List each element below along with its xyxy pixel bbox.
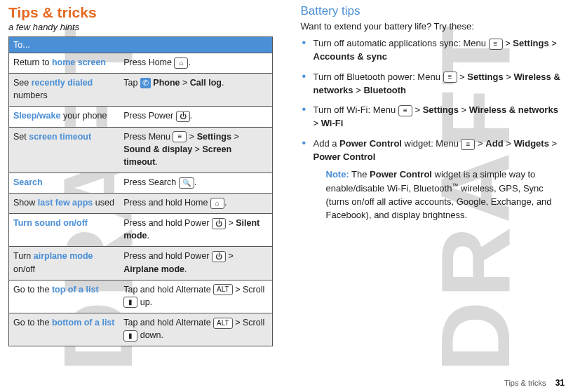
left-column: Tips & tricks a few handy hints To... Re… — [8, 4, 273, 346]
page-subtitle: a few handy hints — [8, 22, 273, 32]
phone-icon: ✆ — [140, 78, 151, 88]
section-heading: Battery tips — [301, 4, 565, 18]
power-key-icon: ⏻ — [212, 251, 226, 262]
table-row: Go to the bottom of a list Tap and hold … — [9, 313, 273, 346]
page-number: 31 — [555, 378, 565, 388]
table-header: To... — [9, 37, 273, 53]
intro-text: Want to extend your battery life? Try th… — [301, 21, 565, 32]
home-key-icon: ⌂ — [174, 58, 188, 69]
menu-key-icon: ≡ — [489, 39, 503, 50]
home-key-icon: ⌂ — [210, 198, 224, 209]
table-row: Turn airplane mode on/off Press and hold… — [9, 247, 273, 280]
alt-key-icon: ALT — [213, 284, 233, 295]
tips-table: To... Return to home screen Press Home ⌂… — [8, 36, 273, 346]
table-row: Go to the top of a list Tap and hold Alt… — [9, 280, 273, 313]
right-column: Battery tips Want to extend your battery… — [301, 4, 565, 346]
table-row: Return to home screen Press Home ⌂. — [9, 53, 273, 74]
menu-key-icon: ≡ — [443, 72, 457, 83]
table-row: Search Press Search 🔍. — [9, 173, 273, 193]
table-row: See recently dialed numbers Tap ✆ Phone … — [9, 74, 273, 107]
power-key-icon: ⏻ — [176, 111, 190, 122]
scroll-key-icon: ▮ — [123, 297, 137, 308]
table-row: Turn sound on/off Press and hold Power ⏻… — [9, 214, 273, 247]
page-footer: Tips & tricks 31 — [504, 378, 565, 388]
list-item: Turn off Bluetooth power: Menu ≡ > Setti… — [301, 71, 565, 97]
menu-key-icon: ≡ — [173, 131, 187, 142]
alt-key-icon: ALT — [213, 318, 233, 329]
menu-key-icon: ≡ — [398, 105, 412, 116]
table-row: Set screen timeout Press Menu ≡ > Settin… — [9, 127, 273, 173]
table-row: Show last few apps used Press and hold H… — [9, 194, 273, 214]
battery-tips-list: Turn off automatic applications sync: Me… — [301, 37, 565, 222]
list-item: Turn off Wi-Fi: Menu ≡ > Settings > Wire… — [301, 104, 565, 130]
list-item: Turn off automatic applications sync: Me… — [301, 37, 565, 64]
scroll-key-icon: ▮ — [123, 330, 137, 342]
page-title: Tips & tricks — [8, 4, 273, 21]
table-row: Sleep/wake your phone Press Power ⏻. — [9, 107, 273, 127]
search-key-icon: 🔍 — [179, 177, 194, 189]
power-key-icon: ⏻ — [212, 218, 226, 229]
menu-key-icon: ≡ — [461, 139, 475, 150]
list-item: Add a Power Control widget: Menu ≡ > Add… — [301, 137, 565, 222]
footer-section: Tips & tricks — [504, 379, 546, 387]
note-paragraph: Note: The Power Control widget is a simp… — [314, 168, 565, 222]
